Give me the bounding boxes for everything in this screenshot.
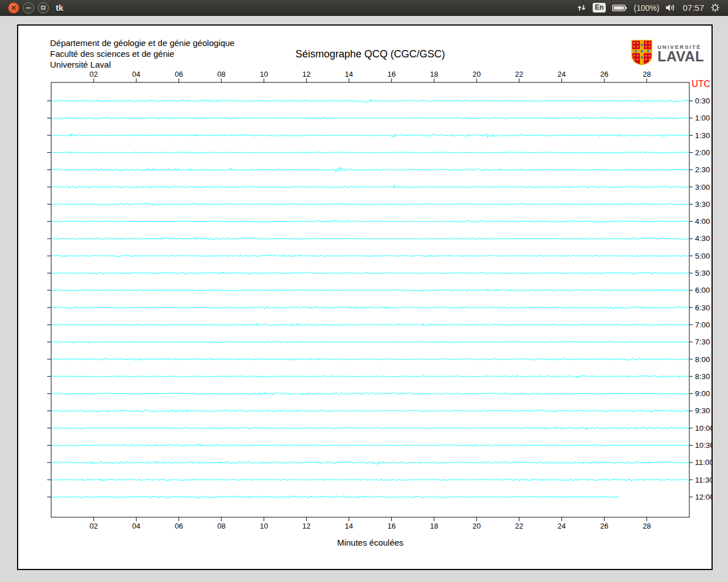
seismograph-chart: 0202040406060808101012121414161618182020… bbox=[18, 26, 712, 569]
seismogram-trace bbox=[51, 117, 689, 119]
utc-tick-label: 0:30 bbox=[695, 97, 710, 105]
seismogram-trace bbox=[51, 410, 689, 413]
x-tick-label-bottom: 22 bbox=[515, 522, 523, 530]
utc-tick-label: 8:00 bbox=[695, 355, 710, 364]
utc-tick-label: 9:30 bbox=[695, 406, 710, 415]
keyboard-layout-indicator[interactable]: En bbox=[593, 3, 606, 13]
window-controls: ✕ bbox=[0, 2, 49, 14]
utc-tick-label: 11:00 bbox=[695, 458, 712, 467]
x-tick-label-bottom: 12 bbox=[303, 522, 311, 530]
x-tick-label-top: 16 bbox=[387, 70, 395, 78]
utc-tick-label: 5:00 bbox=[695, 252, 710, 260]
seismogram-trace bbox=[51, 272, 689, 275]
seismogram-trace bbox=[51, 462, 689, 464]
x-tick-label-top: 12 bbox=[303, 70, 311, 78]
utc-tick-label: 10:00 bbox=[695, 424, 712, 433]
window-title: tk bbox=[56, 3, 63, 13]
utc-tick-label: 6:00 bbox=[695, 286, 710, 294]
x-tick-label-top: 24 bbox=[557, 70, 565, 78]
x-tick-label-top: 18 bbox=[430, 70, 438, 78]
maximize-button[interactable] bbox=[38, 2, 49, 14]
x-tick-label-top: 10 bbox=[260, 70, 268, 78]
utc-tick-label: 11:30 bbox=[695, 476, 712, 484]
utc-tick-label: 4:30 bbox=[695, 234, 710, 243]
x-tick-label-top: 20 bbox=[473, 70, 481, 78]
utc-tick-label: 10:30 bbox=[695, 441, 712, 450]
seismogram-trace bbox=[51, 203, 689, 205]
utc-tick-label: 9:00 bbox=[695, 389, 710, 398]
x-tick-label-bottom: 04 bbox=[132, 522, 140, 530]
seismogram-trace bbox=[51, 427, 689, 429]
seismogram-trace bbox=[51, 185, 689, 188]
seismogram-trace bbox=[51, 167, 689, 172]
x-tick-label-bottom: 18 bbox=[430, 522, 438, 530]
app-window: Département de géologie et de génie géol… bbox=[17, 24, 713, 570]
x-tick-label-top: 04 bbox=[132, 70, 140, 78]
speaker-icon[interactable] bbox=[665, 3, 676, 12]
seismogram-trace bbox=[51, 151, 689, 153]
seismogram-trace bbox=[51, 392, 689, 395]
x-tick-label-bottom: 26 bbox=[600, 522, 608, 530]
system-tray: En (100%) 07:57 bbox=[577, 3, 728, 13]
utc-tick-label: 7:30 bbox=[695, 338, 710, 346]
utc-tick-label: 5:30 bbox=[695, 269, 710, 277]
x-tick-label-bottom: 02 bbox=[90, 522, 98, 530]
seismogram-trace bbox=[51, 289, 689, 292]
seismogram-trace bbox=[51, 496, 619, 498]
utc-tick-label: 3:00 bbox=[695, 183, 710, 192]
x-tick-label-bottom: 08 bbox=[217, 522, 225, 530]
x-tick-label-top: 28 bbox=[643, 70, 651, 78]
utc-tick-label: 3:30 bbox=[695, 200, 710, 209]
seismogram-trace bbox=[51, 255, 689, 257]
gear-icon[interactable] bbox=[710, 3, 720, 13]
seismogram-trace bbox=[51, 134, 689, 138]
seismogram-trace bbox=[51, 358, 689, 360]
x-tick-label-top: 06 bbox=[175, 70, 183, 78]
x-tick-label-top: 08 bbox=[217, 70, 225, 78]
seismogram-trace bbox=[51, 479, 689, 481]
x-tick-label-bottom: 28 bbox=[643, 522, 651, 530]
x-tick-label-bottom: 20 bbox=[473, 522, 481, 530]
battery-icon[interactable] bbox=[612, 4, 627, 12]
utc-tick-label: 1:00 bbox=[695, 114, 710, 122]
seismogram-trace bbox=[51, 444, 689, 446]
seismogram-plot: 0202040406060808101012121414161618182020… bbox=[18, 26, 712, 569]
x-tick-label-top: 22 bbox=[515, 70, 523, 78]
seismogram-trace bbox=[51, 306, 689, 309]
seismogram-trace bbox=[51, 341, 689, 343]
x-tick-label-bottom: 06 bbox=[175, 522, 183, 530]
seismogram-trace bbox=[51, 375, 689, 377]
utc-tick-label: 6:30 bbox=[695, 304, 710, 312]
battery-percentage[interactable]: (100%) bbox=[634, 3, 659, 13]
utc-tick-label: 2:30 bbox=[695, 165, 710, 174]
seismogram-trace bbox=[51, 221, 689, 223]
updown-arrows-icon[interactable] bbox=[577, 3, 586, 13]
utc-tick-label: 2:00 bbox=[695, 148, 710, 157]
seismogram-trace bbox=[51, 238, 689, 240]
x-tick-label-bottom: 24 bbox=[557, 522, 565, 530]
x-tick-label-bottom: 16 bbox=[387, 522, 395, 530]
plot-box bbox=[51, 82, 689, 517]
utc-tick-label: 12:00 bbox=[695, 493, 712, 501]
taskbar: ✕ tk En (100%) 07:57 bbox=[0, 0, 728, 16]
x-tick-label-bottom: 10 bbox=[260, 522, 268, 530]
utc-tick-label: 7:00 bbox=[695, 321, 710, 329]
x-tick-label-top: 02 bbox=[90, 70, 98, 78]
x-axis-label: Minutes écoulées bbox=[337, 538, 404, 547]
x-tick-label-top: 14 bbox=[345, 70, 353, 78]
x-tick-label-bottom: 14 bbox=[345, 522, 353, 530]
seismogram-trace bbox=[51, 99, 689, 103]
clock[interactable]: 07:57 bbox=[682, 3, 704, 13]
seismogram-trace bbox=[51, 323, 689, 326]
utc-tick-label: 4:00 bbox=[695, 217, 710, 226]
utc-tick-label: 8:30 bbox=[695, 372, 710, 381]
x-tick-label-top: 26 bbox=[600, 70, 608, 78]
utc-axis-title: UTC bbox=[692, 79, 710, 89]
minimize-button[interactable] bbox=[23, 2, 34, 14]
close-button[interactable]: ✕ bbox=[8, 2, 19, 14]
utc-tick-label: 1:30 bbox=[695, 131, 710, 140]
